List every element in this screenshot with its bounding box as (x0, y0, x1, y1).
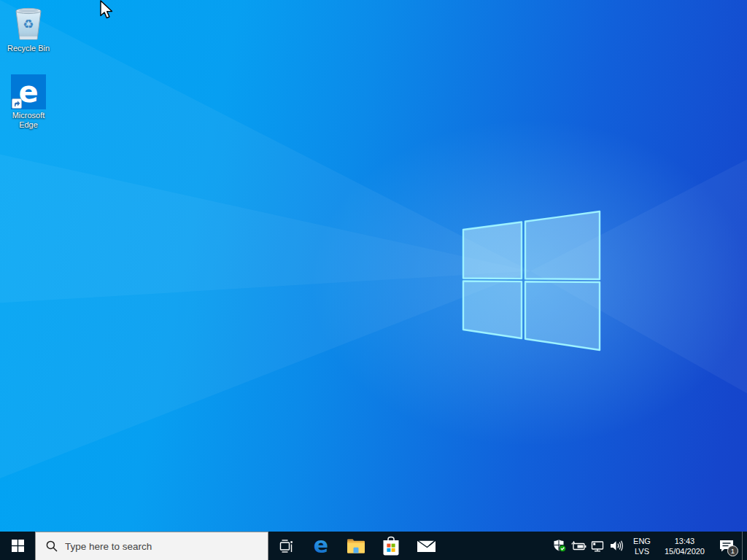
language-indicator[interactable]: ENG LVS (626, 532, 658, 560)
network-tray-button[interactable] (588, 532, 607, 560)
battery-charging-icon (571, 540, 587, 552)
mail-button[interactable] (409, 532, 444, 560)
edge-icon: e (311, 535, 331, 557)
language-secondary: LVS (635, 546, 649, 556)
language-primary: ENG (633, 536, 651, 546)
mouse-cursor (100, 0, 115, 20)
search-icon (46, 540, 58, 552)
windows-logo-wallpaper (461, 210, 603, 357)
file-explorer-icon (347, 538, 365, 554)
speaker-icon (609, 540, 624, 552)
edge-shortcut-label: Microsoft Edge (5, 111, 52, 130)
desktop: ♻ Recycle Bin e Microsoft Edge (0, 0, 747, 532)
task-view-button[interactable] (268, 532, 303, 560)
clock[interactable]: 13:43 15/04/2020 (658, 532, 711, 560)
action-center-button[interactable]: 1 (711, 532, 742, 560)
wallpaper-logo-glow (0, 0, 747, 532)
edge-taskbar-button[interactable]: e (303, 532, 338, 560)
windows-start-icon (12, 540, 24, 552)
desktop-icon-microsoft-edge[interactable]: e Microsoft Edge (5, 74, 52, 130)
windows-security-tray-button[interactable] (550, 532, 569, 560)
edge-tile: e (11, 74, 46, 109)
svg-text:♻: ♻ (23, 17, 34, 31)
windows-security-shield-icon (553, 539, 567, 553)
recycle-bin-label: Recycle Bin (5, 44, 52, 53)
notification-badge: 1 (727, 545, 738, 556)
volume-tray-button[interactable] (607, 532, 626, 560)
system-tray: ENG LVS 13:43 15/04/2020 1 (550, 532, 747, 560)
clock-date: 15/04/2020 (665, 546, 705, 556)
taskbar-search-box (35, 532, 268, 560)
microsoft-store-icon (382, 536, 400, 556)
taskbar: e (0, 532, 747, 560)
search-input[interactable] (65, 532, 268, 560)
recycle-bin-icon: ♻ (12, 6, 44, 42)
svg-text:e: e (314, 535, 328, 557)
clock-time: 13:43 (675, 536, 695, 546)
mail-icon (417, 539, 436, 553)
file-explorer-button[interactable] (338, 532, 374, 560)
battery-tray-button[interactable] (569, 532, 588, 560)
task-view-icon (278, 538, 294, 554)
desktop-icon-recycle-bin[interactable]: ♻ Recycle Bin (5, 6, 52, 53)
network-ethernet-icon (590, 540, 605, 552)
store-button[interactable] (374, 532, 409, 560)
show-desktop-button[interactable] (742, 532, 747, 560)
shortcut-arrow-icon (12, 98, 22, 109)
start-button[interactable] (0, 532, 35, 560)
